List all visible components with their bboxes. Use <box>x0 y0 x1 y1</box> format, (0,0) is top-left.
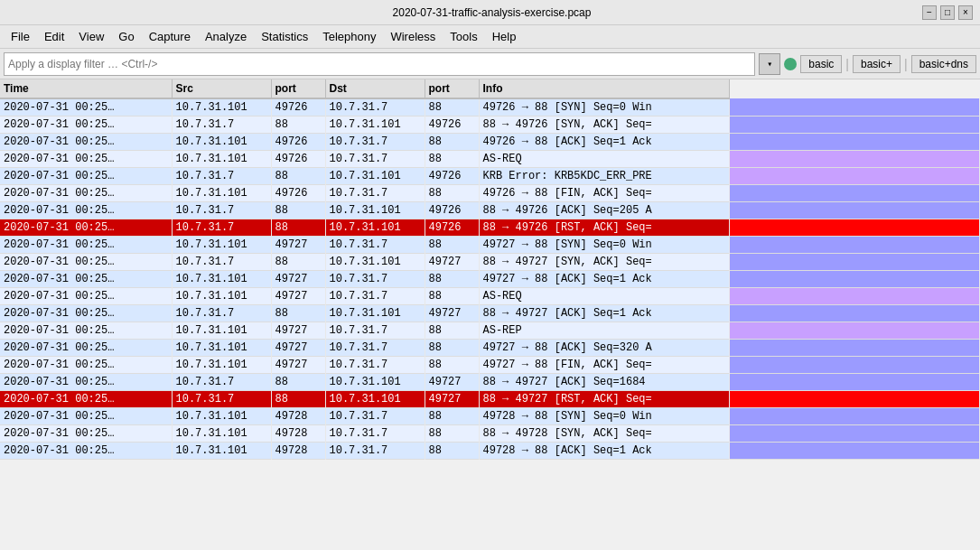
row-color-strip <box>729 340 979 357</box>
cell-dst: 10.7.31.7 <box>325 425 425 443</box>
cell-dst: 10.7.31.7 <box>325 443 425 460</box>
cell-time: 2020-07-31 00:25… <box>0 202 172 219</box>
preset-basic-button[interactable]: basic <box>800 55 842 73</box>
cell-time: 2020-07-31 00:25… <box>0 391 172 408</box>
preset-basic-dns-button[interactable]: basic+dns <box>911 55 976 73</box>
cell-dport: 49726 <box>425 219 479 237</box>
menu-item-go[interactable]: Go <box>111 25 141 48</box>
cell-time: 2020-07-31 00:25… <box>0 237 172 254</box>
title-bar: 2020-07-31-traffic-analysis-exercise.pca… <box>0 0 980 25</box>
cell-sport: 49728 <box>271 408 325 425</box>
cell-dst: 10.7.31.7 <box>325 340 425 357</box>
cell-src: 10.7.31.7 <box>172 305 271 322</box>
table-row[interactable]: 2020-07-31 00:25…10.7.31.78810.7.31.1014… <box>0 168 980 185</box>
cell-src: 10.7.31.101 <box>172 134 271 151</box>
col-header-info: Info <box>479 79 729 98</box>
cell-dst: 10.7.31.101 <box>325 202 425 219</box>
table-row[interactable]: 2020-07-31 00:25…10.7.31.1014972710.7.31… <box>0 237 980 254</box>
menu-item-wireless[interactable]: Wireless <box>383 25 443 48</box>
menu-item-help[interactable]: Help <box>485 25 524 48</box>
row-color-strip <box>729 288 979 305</box>
cell-dport: 88 <box>425 98 479 117</box>
cell-info: 49727 → 88 [SYN] Seq=0 Win <box>479 237 729 254</box>
filter-preset-sep1: | <box>845 57 849 71</box>
menu-item-telephony[interactable]: Telephony <box>315 25 383 48</box>
cell-time: 2020-07-31 00:25… <box>0 305 172 322</box>
col-header-src: Src <box>172 79 271 98</box>
table-row[interactable]: 2020-07-31 00:25…10.7.31.78810.7.31.1014… <box>0 254 980 271</box>
cell-src: 10.7.31.7 <box>172 254 271 271</box>
table-row[interactable]: 2020-07-31 00:25…10.7.31.78810.7.31.1014… <box>0 374 980 391</box>
col-header-sport: port <box>271 79 325 98</box>
table-row[interactable]: 2020-07-31 00:25…10.7.31.1014972610.7.31… <box>0 151 980 168</box>
cell-dst: 10.7.31.7 <box>325 357 425 374</box>
table-row[interactable]: 2020-07-31 00:25…10.7.31.78810.7.31.1014… <box>0 117 980 134</box>
cell-dst: 10.7.31.101 <box>325 254 425 271</box>
cell-info: 49727 → 88 [ACK] Seq=320 A <box>479 340 729 357</box>
cell-time: 2020-07-31 00:25… <box>0 425 172 443</box>
filter-input[interactable] <box>8 58 751 70</box>
cell-dport: 88 <box>425 357 479 374</box>
table-row[interactable]: 2020-07-31 00:25…10.7.31.1014972610.7.31… <box>0 134 980 151</box>
table-row[interactable]: 2020-07-31 00:25…10.7.31.1014972710.7.31… <box>0 340 980 357</box>
cell-dport: 49726 <box>425 168 479 185</box>
row-color-strip <box>729 134 979 151</box>
table-row[interactable]: 2020-07-31 00:25…10.7.31.78810.7.31.1014… <box>0 219 980 237</box>
cell-sport: 49727 <box>271 288 325 305</box>
cell-dst: 10.7.31.7 <box>325 134 425 151</box>
cell-sport: 49726 <box>271 134 325 151</box>
cell-sport: 49727 <box>271 237 325 254</box>
packet-table-container: Time Src port Dst port Info 2020-07-31 0… <box>0 79 980 550</box>
col-header-time: Time <box>0 79 172 98</box>
cell-time: 2020-07-31 00:25… <box>0 340 172 357</box>
window-title: 2020-07-31-traffic-analysis-exercise.pca… <box>61 6 922 19</box>
cell-dport: 49727 <box>425 374 479 391</box>
table-row[interactable]: 2020-07-31 00:25…10.7.31.78810.7.31.1014… <box>0 305 980 322</box>
packet-scroll-area[interactable]: Time Src port Dst port Info 2020-07-31 0… <box>0 79 980 550</box>
table-row[interactable]: 2020-07-31 00:25…10.7.31.1014972610.7.31… <box>0 98 980 117</box>
table-row[interactable]: 2020-07-31 00:25…10.7.31.1014972710.7.31… <box>0 357 980 374</box>
cell-time: 2020-07-31 00:25… <box>0 271 172 288</box>
cell-src: 10.7.31.101 <box>172 185 271 202</box>
menu-item-edit[interactable]: Edit <box>37 25 71 48</box>
table-row[interactable]: 2020-07-31 00:25…10.7.31.1014972810.7.31… <box>0 425 980 443</box>
filter-preset-sep2: | <box>904 57 908 71</box>
preset-basic-plus-button[interactable]: basic+ <box>853 55 901 73</box>
cell-info: 49726 → 88 [SYN] Seq=0 Win <box>479 98 729 117</box>
table-row[interactable]: 2020-07-31 00:25…10.7.31.1014972710.7.31… <box>0 271 980 288</box>
cell-src: 10.7.31.7 <box>172 391 271 408</box>
table-row[interactable]: 2020-07-31 00:25…10.7.31.1014972710.7.31… <box>0 322 980 340</box>
cell-dport: 88 <box>425 134 479 151</box>
maximize-button[interactable]: □ <box>940 5 955 20</box>
menu-item-capture[interactable]: Capture <box>142 25 198 48</box>
cell-info: 49726 → 88 [FIN, ACK] Seq= <box>479 185 729 202</box>
cell-src: 10.7.31.101 <box>172 237 271 254</box>
table-row[interactable]: 2020-07-31 00:25…10.7.31.1014972810.7.31… <box>0 443 980 460</box>
row-color-strip <box>729 117 979 134</box>
menu-item-statistics[interactable]: Statistics <box>254 25 315 48</box>
minimize-button[interactable]: − <box>922 5 937 20</box>
table-row[interactable]: 2020-07-31 00:25…10.7.31.1014972610.7.31… <box>0 185 980 202</box>
cell-dst: 10.7.31.7 <box>325 185 425 202</box>
filter-input-wrapper <box>4 52 755 76</box>
cell-dport: 49727 <box>425 305 479 322</box>
table-header: Time Src port Dst port Info <box>0 79 980 98</box>
menu-bar: FileEditViewGoCaptureAnalyzeStatisticsTe… <box>0 25 980 49</box>
cell-src: 10.7.31.7 <box>172 117 271 134</box>
cell-info: 49728 → 88 [ACK] Seq=1 Ack <box>479 443 729 460</box>
menu-item-tools[interactable]: Tools <box>443 25 484 48</box>
menu-item-analyze[interactable]: Analyze <box>198 25 254 48</box>
table-row[interactable]: 2020-07-31 00:25…10.7.31.1014972710.7.31… <box>0 288 980 305</box>
table-row[interactable]: 2020-07-31 00:25…10.7.31.1014972810.7.31… <box>0 408 980 425</box>
cell-dport: 88 <box>425 322 479 340</box>
menu-item-file[interactable]: File <box>4 25 37 48</box>
row-color-strip <box>729 425 979 443</box>
row-color-strip <box>729 168 979 185</box>
filter-dropdown-button[interactable]: ▾ <box>759 53 780 75</box>
table-row[interactable]: 2020-07-31 00:25…10.7.31.78810.7.31.1014… <box>0 391 980 408</box>
menu-item-view[interactable]: View <box>71 25 111 48</box>
table-row[interactable]: 2020-07-31 00:25…10.7.31.78810.7.31.1014… <box>0 202 980 219</box>
cell-info: 88 → 49727 [SYN, ACK] Seq= <box>479 254 729 271</box>
cell-dport: 88 <box>425 271 479 288</box>
close-button[interactable]: × <box>958 5 973 20</box>
